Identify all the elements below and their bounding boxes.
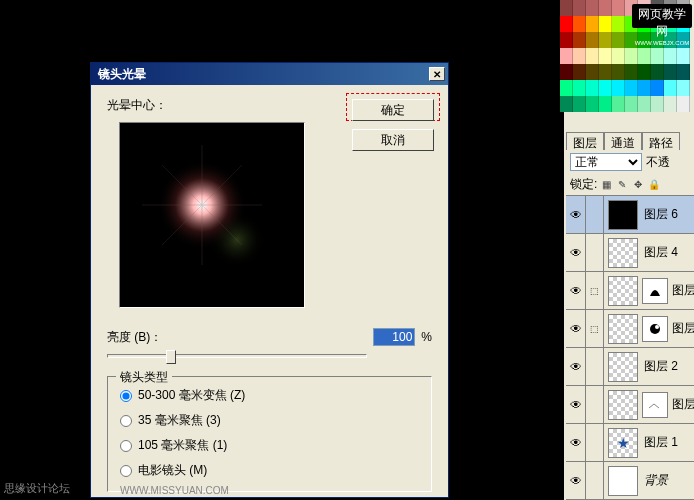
brightness-slider[interactable] — [107, 354, 367, 358]
brightness-input[interactable] — [373, 328, 415, 346]
lens-type-legend: 镜头类型 — [116, 369, 172, 386]
layer-thumb[interactable] — [608, 276, 638, 306]
layer-thumb[interactable] — [608, 390, 638, 420]
brand-badge: 网页教学网 WWW.WEBJX.COM — [632, 4, 692, 28]
cancel-button[interactable]: 取消 — [352, 129, 434, 151]
lens-option-1: 35 毫米聚焦 (3) — [138, 412, 221, 429]
blend-mode-select[interactable]: 正常 — [570, 153, 642, 171]
lens-radio-50-300[interactable] — [120, 390, 132, 402]
lock-label: 锁定: — [570, 176, 597, 193]
layer-name[interactable]: 图层 — [670, 396, 694, 413]
layer-thumb[interactable] — [608, 466, 638, 496]
slider-thumb[interactable] — [166, 350, 176, 364]
layer-thumb[interactable]: ★ — [608, 428, 638, 458]
layers-panel: 图层 通道 路径 正常 不透 锁定: ▦ ✎ ✥ 🔒 👁 图层 6 👁 图层 4 — [566, 132, 694, 500]
flare-preview[interactable] — [119, 122, 305, 308]
layer-row[interactable]: 👁 图层 6 — [566, 196, 694, 234]
layer-name[interactable]: 图层 6 — [642, 206, 694, 223]
dialog-title: 镜头光晕 — [94, 66, 429, 83]
lock-brush-icon[interactable]: ✎ — [615, 178, 629, 192]
watermark-url: WWW.MISSYUAN.COM — [120, 485, 229, 496]
layer-row[interactable]: 👁 ⬚ 图层 — [566, 310, 694, 348]
mask-thumb[interactable] — [642, 392, 668, 418]
lens-option-2: 105 毫米聚焦 (1) — [138, 437, 227, 454]
layer-thumb[interactable] — [608, 352, 638, 382]
layer-name[interactable]: 图层 1 — [642, 434, 694, 451]
layer-name[interactable]: 图层 4 — [642, 244, 694, 261]
layer-thumb[interactable] — [608, 238, 638, 268]
eye-icon[interactable]: 👁 — [570, 322, 582, 336]
tab-channels[interactable]: 通道 — [604, 132, 642, 150]
layer-thumb[interactable] — [608, 200, 638, 230]
brand-line1: 网页教学网 — [634, 6, 690, 40]
watermark-text: 思缘设计论坛 — [4, 481, 70, 496]
ok-button[interactable]: 确定 — [352, 99, 434, 121]
layer-row[interactable]: 👁 ⬚ 图层 — [566, 272, 694, 310]
mask-thumb[interactable] — [642, 278, 668, 304]
brand-line2: WWW.WEBJX.COM — [634, 40, 690, 46]
layer-name[interactable]: 背景 — [642, 472, 694, 489]
brightness-label: 亮度 (B)： — [107, 329, 373, 346]
lens-radio-35[interactable] — [120, 415, 132, 427]
link-icon[interactable]: ⬚ — [590, 324, 599, 334]
opacity-label: 不透 — [646, 154, 670, 171]
right-panels: 网页教学网 WWW.WEBJX.COM 图层 通道 路径 正常 不透 锁定: ▦… — [564, 0, 694, 500]
lens-radio-movie[interactable] — [120, 465, 132, 477]
eye-icon[interactable]: 👁 — [570, 398, 582, 412]
tab-layers[interactable]: 图层 — [566, 132, 604, 150]
lens-flare-dialog: 镜头光晕 ✕ 光晕中心： 确定 — [90, 62, 449, 498]
eye-icon[interactable]: 👁 — [570, 360, 582, 374]
layer-row[interactable]: 👁 图层 — [566, 386, 694, 424]
svg-point-0 — [157, 160, 247, 250]
lens-type-group: 镜头类型 50-300 毫米变焦 (Z) 35 毫米聚焦 (3) 105 毫米聚… — [107, 376, 432, 492]
eye-icon[interactable]: 👁 — [570, 246, 582, 260]
layer-row[interactable]: 👁 ★ 图层 1 — [566, 424, 694, 462]
layer-name[interactable]: 图层 — [670, 282, 694, 299]
dialog-title-bar[interactable]: 镜头光晕 ✕ — [91, 63, 448, 85]
swatches-panel[interactable]: 网页教学网 WWW.WEBJX.COM — [560, 0, 694, 116]
svg-line-4 — [162, 165, 242, 245]
lens-option-0: 50-300 毫米变焦 (Z) — [138, 387, 245, 404]
link-icon[interactable]: ⬚ — [590, 286, 599, 296]
lock-move-icon[interactable]: ✥ — [631, 178, 645, 192]
layer-name[interactable]: 图层 2 — [642, 358, 694, 375]
svg-point-1 — [209, 212, 265, 268]
lock-transparency-icon[interactable]: ▦ — [599, 178, 613, 192]
percent-label: % — [421, 330, 432, 344]
layer-row[interactable]: 👁 图层 2 — [566, 348, 694, 386]
eye-icon[interactable]: 👁 — [570, 284, 582, 298]
mask-thumb[interactable] — [642, 316, 668, 342]
layer-name[interactable]: 图层 — [670, 320, 694, 337]
lens-radio-105[interactable] — [120, 440, 132, 452]
lock-all-icon[interactable]: 🔒 — [647, 178, 661, 192]
eye-icon[interactable]: 👁 — [570, 208, 582, 222]
layer-row[interactable]: 👁 背景 — [566, 462, 694, 500]
layer-thumb[interactable] — [608, 314, 638, 344]
tab-paths[interactable]: 路径 — [642, 132, 680, 150]
eye-icon[interactable]: 👁 — [570, 474, 582, 488]
layer-row[interactable]: 👁 图层 4 — [566, 234, 694, 272]
eye-icon[interactable]: 👁 — [570, 436, 582, 450]
svg-line-5 — [162, 165, 242, 245]
svg-point-8 — [650, 324, 660, 334]
close-icon[interactable]: ✕ — [429, 67, 445, 81]
lens-option-3: 电影镜头 (M) — [138, 462, 207, 479]
svg-point-9 — [655, 325, 659, 329]
